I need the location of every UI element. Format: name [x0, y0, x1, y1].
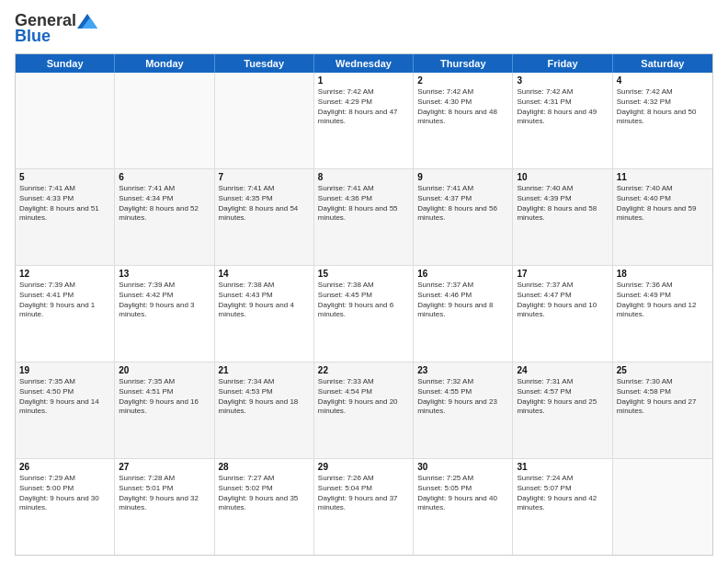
cell-info: Sunrise: 7:32 AMSunset: 4:55 PMDaylight:… [417, 377, 508, 417]
page-header: General Blue [15, 11, 713, 46]
cell-info: Sunrise: 7:41 AMSunset: 4:33 PMDaylight:… [19, 184, 110, 224]
cell-info: Sunrise: 7:38 AMSunset: 4:43 PMDaylight:… [219, 281, 310, 320]
calendar-header-sunday: Sunday [16, 54, 115, 73]
calendar-cell: 8Sunrise: 7:41 AMSunset: 4:36 PMDaylight… [314, 169, 414, 265]
calendar-cell: 18Sunrise: 7:36 AMSunset: 4:49 PMDayligh… [613, 266, 712, 362]
day-number: 18 [617, 269, 709, 279]
day-number: 4 [617, 75, 709, 86]
calendar-cell: 4Sunrise: 7:42 AMSunset: 4:32 PMDaylight… [613, 73, 712, 168]
calendar-cell [613, 459, 712, 555]
calendar: SundayMondayTuesdayWednesdayThursdayFrid… [15, 53, 713, 556]
day-number: 10 [517, 172, 608, 182]
day-number: 3 [517, 75, 608, 86]
calendar-cell [115, 73, 214, 168]
day-number: 19 [19, 365, 110, 375]
cell-info: Sunrise: 7:42 AMSunset: 4:30 PMDaylight:… [417, 87, 508, 127]
cell-info: Sunrise: 7:37 AMSunset: 4:46 PMDaylight:… [417, 281, 508, 320]
calendar-cell: 13Sunrise: 7:39 AMSunset: 4:42 PMDayligh… [115, 266, 214, 362]
calendar-cell: 27Sunrise: 7:28 AMSunset: 5:01 PMDayligh… [115, 459, 214, 555]
calendar-cell: 30Sunrise: 7:25 AMSunset: 5:05 PMDayligh… [414, 459, 513, 555]
calendar-cell: 21Sunrise: 7:34 AMSunset: 4:53 PMDayligh… [215, 362, 314, 458]
cell-info: Sunrise: 7:31 AMSunset: 4:57 PMDaylight:… [517, 377, 608, 417]
day-number: 13 [119, 269, 210, 279]
day-number: 21 [219, 365, 310, 375]
day-number: 8 [318, 172, 409, 182]
cell-info: Sunrise: 7:39 AMSunset: 4:41 PMDaylight:… [19, 281, 110, 320]
cell-info: Sunrise: 7:26 AMSunset: 5:04 PMDaylight:… [318, 474, 409, 513]
calendar-header-tuesday: Tuesday [215, 54, 314, 73]
cell-info: Sunrise: 7:41 AMSunset: 4:34 PMDaylight:… [119, 184, 210, 224]
calendar-cell: 28Sunrise: 7:27 AMSunset: 5:02 PMDayligh… [215, 459, 314, 555]
calendar-cell: 22Sunrise: 7:33 AMSunset: 4:54 PMDayligh… [314, 362, 414, 458]
logo-icon [77, 14, 97, 29]
cell-info: Sunrise: 7:37 AMSunset: 4:47 PMDaylight:… [517, 281, 608, 320]
cell-info: Sunrise: 7:42 AMSunset: 4:29 PMDaylight:… [318, 87, 409, 127]
cell-info: Sunrise: 7:42 AMSunset: 4:32 PMDaylight:… [617, 87, 709, 127]
day-number: 15 [318, 269, 409, 279]
calendar-week-2: 5Sunrise: 7:41 AMSunset: 4:33 PMDaylight… [16, 169, 712, 266]
calendar-cell: 16Sunrise: 7:37 AMSunset: 4:46 PMDayligh… [414, 266, 513, 362]
day-number: 16 [417, 269, 508, 279]
cell-info: Sunrise: 7:29 AMSunset: 5:00 PMDaylight:… [19, 474, 110, 513]
day-number: 31 [517, 462, 608, 472]
calendar-cell: 20Sunrise: 7:35 AMSunset: 4:51 PMDayligh… [115, 362, 214, 458]
day-number: 12 [19, 269, 110, 279]
day-number: 17 [517, 269, 608, 279]
calendar-cell: 26Sunrise: 7:29 AMSunset: 5:00 PMDayligh… [16, 459, 115, 555]
calendar-header-thursday: Thursday [414, 54, 513, 73]
cell-info: Sunrise: 7:27 AMSunset: 5:02 PMDaylight:… [219, 474, 310, 513]
day-number: 28 [219, 462, 310, 472]
cell-info: Sunrise: 7:39 AMSunset: 4:42 PMDaylight:… [119, 281, 210, 320]
calendar-header-wednesday: Wednesday [314, 54, 414, 73]
cell-info: Sunrise: 7:35 AMSunset: 4:50 PMDaylight:… [19, 377, 110, 417]
calendar-cell: 9Sunrise: 7:41 AMSunset: 4:37 PMDaylight… [414, 169, 513, 265]
day-number: 20 [119, 365, 210, 375]
day-number: 26 [19, 462, 110, 472]
cell-info: Sunrise: 7:41 AMSunset: 4:37 PMDaylight:… [417, 184, 508, 224]
day-number: 7 [219, 172, 310, 182]
calendar-week-5: 26Sunrise: 7:29 AMSunset: 5:00 PMDayligh… [16, 459, 712, 555]
calendar-cell [16, 73, 115, 168]
calendar-cell: 3Sunrise: 7:42 AMSunset: 4:31 PMDaylight… [513, 73, 612, 168]
calendar-week-3: 12Sunrise: 7:39 AMSunset: 4:41 PMDayligh… [16, 266, 712, 362]
day-number: 1 [318, 75, 409, 86]
calendar-cell: 14Sunrise: 7:38 AMSunset: 4:43 PMDayligh… [215, 266, 314, 362]
day-number: 5 [19, 172, 110, 182]
calendar-cell: 17Sunrise: 7:37 AMSunset: 4:47 PMDayligh… [513, 266, 612, 362]
cell-info: Sunrise: 7:24 AMSunset: 5:07 PMDaylight:… [517, 474, 608, 513]
calendar-cell: 6Sunrise: 7:41 AMSunset: 4:34 PMDaylight… [115, 169, 214, 265]
calendar-cell: 24Sunrise: 7:31 AMSunset: 4:57 PMDayligh… [513, 362, 612, 458]
calendar-cell [215, 73, 314, 168]
day-number: 14 [219, 269, 310, 279]
day-number: 30 [417, 462, 508, 472]
cell-info: Sunrise: 7:41 AMSunset: 4:36 PMDaylight:… [318, 184, 409, 224]
calendar-cell: 23Sunrise: 7:32 AMSunset: 4:55 PMDayligh… [414, 362, 513, 458]
calendar-cell: 1Sunrise: 7:42 AMSunset: 4:29 PMDaylight… [314, 73, 414, 168]
calendar-cell: 10Sunrise: 7:40 AMSunset: 4:39 PMDayligh… [513, 169, 612, 265]
calendar-week-4: 19Sunrise: 7:35 AMSunset: 4:50 PMDayligh… [16, 362, 712, 459]
day-number: 23 [417, 365, 508, 375]
calendar-cell: 19Sunrise: 7:35 AMSunset: 4:50 PMDayligh… [16, 362, 115, 458]
calendar-header-saturday: Saturday [613, 54, 712, 73]
day-number: 6 [119, 172, 210, 182]
calendar-cell: 7Sunrise: 7:41 AMSunset: 4:35 PMDaylight… [215, 169, 314, 265]
cell-info: Sunrise: 7:25 AMSunset: 5:05 PMDaylight:… [417, 474, 508, 513]
cell-info: Sunrise: 7:40 AMSunset: 4:39 PMDaylight:… [517, 184, 608, 224]
calendar-header: SundayMondayTuesdayWednesdayThursdayFrid… [16, 54, 712, 73]
cell-info: Sunrise: 7:38 AMSunset: 4:45 PMDaylight:… [318, 281, 409, 320]
cell-info: Sunrise: 7:30 AMSunset: 4:58 PMDaylight:… [617, 377, 709, 417]
cell-info: Sunrise: 7:41 AMSunset: 4:35 PMDaylight:… [219, 184, 310, 224]
day-number: 25 [617, 365, 709, 375]
day-number: 27 [119, 462, 210, 472]
calendar-cell: 29Sunrise: 7:26 AMSunset: 5:04 PMDayligh… [314, 459, 414, 555]
cell-info: Sunrise: 7:42 AMSunset: 4:31 PMDaylight:… [517, 87, 608, 127]
day-number: 2 [417, 75, 508, 86]
cell-info: Sunrise: 7:36 AMSunset: 4:49 PMDaylight:… [617, 281, 709, 320]
day-number: 24 [517, 365, 608, 375]
cell-info: Sunrise: 7:33 AMSunset: 4:54 PMDaylight:… [318, 377, 409, 417]
calendar-cell: 31Sunrise: 7:24 AMSunset: 5:07 PMDayligh… [513, 459, 612, 555]
calendar-cell: 25Sunrise: 7:30 AMSunset: 4:58 PMDayligh… [613, 362, 712, 458]
day-number: 9 [417, 172, 508, 182]
calendar-header-monday: Monday [115, 54, 214, 73]
calendar-cell: 2Sunrise: 7:42 AMSunset: 4:30 PMDaylight… [414, 73, 513, 168]
